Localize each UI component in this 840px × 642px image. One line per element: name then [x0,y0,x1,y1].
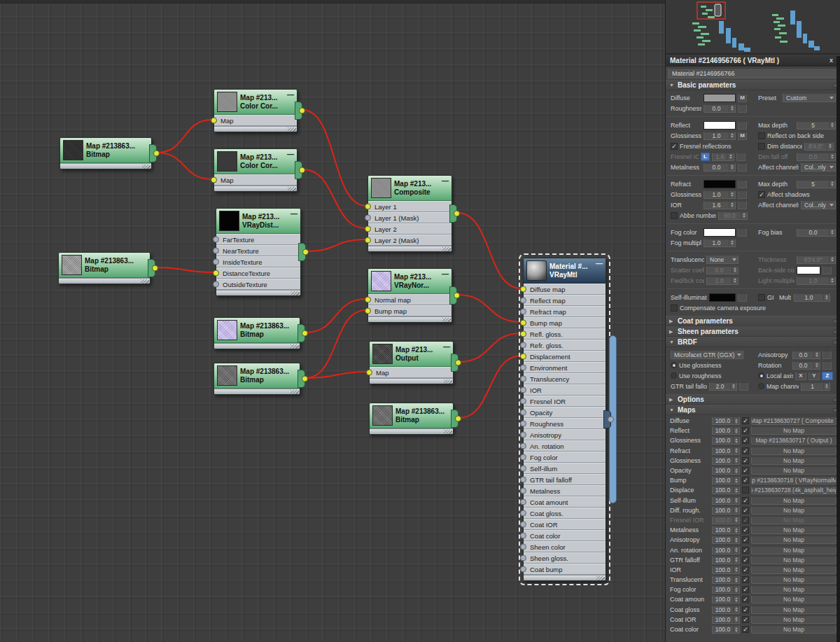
minimize-icon[interactable]: — [442,176,449,185]
output-connector[interactable] [449,204,457,223]
checkbox-checked[interactable]: ✓ [742,576,749,583]
spinner-field[interactable]: 100.0 [712,456,740,465]
node-header[interactable]: Map #213...Composite— [368,176,451,201]
spinner-field[interactable]: 100.0 [712,436,740,445]
map-assignment-button[interactable]: No Map [751,585,836,594]
spinner-field[interactable]: 0.0 [706,266,738,274]
node-dist[interactable]: Map #213...VRayDist...—FarTextureNearTex… [216,208,301,296]
connection-wire[interactable] [305,310,366,378]
checkbox-checked[interactable]: ✓ [742,417,749,424]
node-resize-grip[interactable] [370,428,453,434]
input-port[interactable] [366,370,372,376]
input-port[interactable] [520,566,526,573]
spinner-field[interactable]: 100.0 [712,595,740,603]
checkbox-checked[interactable]: ✓ [742,626,749,633]
spinner-field[interactable]: 100.0 [712,615,740,624]
map-assignment-button[interactable]: No Map [751,606,836,614]
map-assignment-button[interactable]: No Map [751,575,836,584]
checkbox-unchecked[interactable] [758,294,765,301]
input-port[interactable] [365,237,371,244]
rollout-header-options[interactable]: ▶ Options [666,395,840,405]
map-slot-button[interactable] [822,351,832,359]
spinner-field[interactable]: 0.0 [797,228,836,237]
radio-button-on[interactable] [758,372,764,379]
node-graph-canvas[interactable]: Map #213863...BitmapMap #213...Color Cor… [0,0,665,642]
node-header[interactable]: Map #213863...Bitmap [214,318,300,343]
checkbox-checked[interactable]: ✓ [742,497,749,504]
close-icon[interactable]: x [830,57,836,64]
output-connector[interactable] [603,410,611,428]
map-slot-button[interactable] [738,228,747,237]
connection-wire[interactable] [155,267,214,272]
spinner-field[interactable]: 8'4.0" [804,142,834,151]
dropdown-select[interactable]: Microfacet GTR (GGX) [671,350,743,359]
input-port[interactable] [520,365,526,371]
checkbox-checked[interactable]: ✓ [742,427,749,434]
minimize-icon[interactable]: — [442,269,449,278]
output-port[interactable] [455,416,461,422]
node-header[interactable]: Map #213863...Bitmap [59,253,150,278]
output-connector[interactable] [451,354,458,372]
input-port[interactable] [520,477,526,483]
small-button-z[interactable]: Z [822,372,833,380]
input-port[interactable] [365,308,371,314]
spinner-field[interactable]: 0.0 [797,153,836,161]
input-port[interactable] [520,421,526,427]
input-port[interactable] [520,342,526,349]
spinner-field[interactable]: 0.0 [792,361,820,370]
node-header[interactable]: Map #213...Color Cor...— [214,90,297,115]
checkbox-checked[interactable]: ✓ [742,536,749,543]
connection-wire[interactable] [306,239,366,251]
input-port[interactable] [520,286,526,293]
output-port[interactable] [608,417,614,423]
dropdown-select[interactable]: Col...nly [801,162,836,172]
spinner-field[interactable]: 1.0 [797,277,836,285]
spinner-field[interactable]: 1.6 [704,201,736,209]
map-slot-button[interactable] [822,266,832,274]
input-port[interactable] [365,297,371,303]
input-port[interactable] [365,226,371,232]
input-port[interactable] [520,488,526,494]
input-port[interactable] [520,466,526,472]
rollout-header-basic[interactable]: ▼ Basic parameters [666,81,840,90]
spinner-field[interactable]: 100.0 [712,575,740,584]
navigator-minimap[interactable] [666,0,840,55]
spinner-field[interactable]: 5 [797,180,836,188]
input-port[interactable] [520,387,526,393]
checkbox-checked[interactable]: ✓ [758,191,765,198]
input-port[interactable] [213,281,219,288]
minimize-icon[interactable]: — [290,209,298,218]
node-header[interactable]: Map #213863...Bitmap [214,363,300,389]
map-slot-button[interactable] [738,121,747,130]
dropdown-select[interactable]: Custom [783,93,836,102]
small-button-x[interactable]: X [795,372,806,380]
input-port[interactable] [520,298,526,304]
checkbox-checked[interactable]: ✓ [742,526,749,533]
map-assignment-button[interactable]: No Map [751,466,836,475]
input-port[interactable] [520,454,526,461]
connection-wire[interactable] [457,213,522,288]
panel-scrollbar[interactable] [836,56,840,642]
node-header[interactable]: Map #213...Output— [370,342,453,367]
map-slot-button[interactable] [738,163,747,172]
map-assignment-button[interactable]: No Map [751,526,836,534]
radio-button-off[interactable] [671,372,677,379]
spinner-field[interactable]: 100.0 [712,476,740,484]
checkbox-unchecked[interactable] [742,487,749,494]
node-header[interactable]: Map #213863...Bitmap [370,403,453,428]
node-header[interactable]: Map #213...VRayDist...— [216,209,300,234]
node-resize-grip[interactable] [524,575,606,580]
node-bitmap3[interactable]: Map #213863...Bitmap [214,317,300,349]
input-port[interactable] [520,410,526,416]
output-connector[interactable] [451,410,458,428]
spinner-field[interactable]: 0.0 [792,351,820,359]
map-slot-button[interactable] [822,361,832,370]
node-resize-grip[interactable] [368,246,451,251]
node-resize-grip[interactable] [60,163,151,169]
map-assignment-button[interactable]: No Map [751,536,836,544]
input-port[interactable] [213,248,219,254]
checkbox-checked[interactable]: ✓ [742,566,749,573]
node-mat[interactable]: Material #...VRayMtl—Diffuse mapReflect … [523,258,606,581]
checkbox-checked[interactable]: ✓ [742,557,749,564]
minimize-icon[interactable]: — [596,258,603,267]
